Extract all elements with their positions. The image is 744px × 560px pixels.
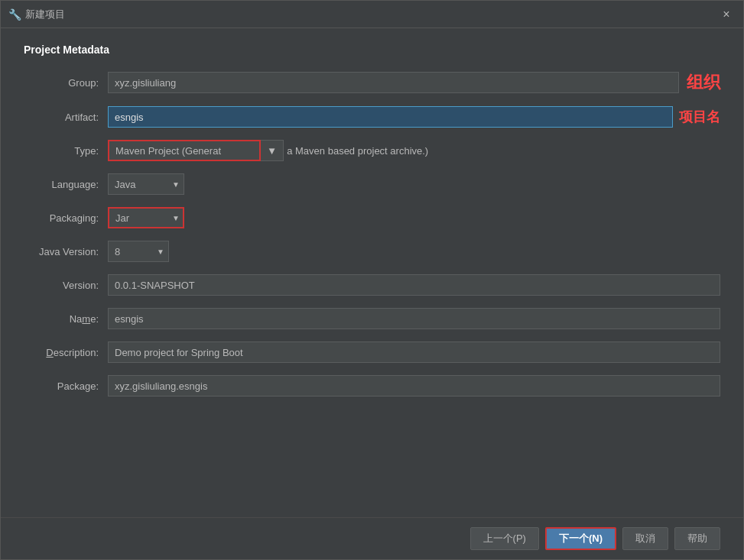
group-label: Group: — [24, 77, 108, 89]
window-icon: 🔧 — [8, 8, 21, 21]
name-label: Name: — [24, 313, 108, 325]
description-label-text: Description: — [46, 347, 99, 358]
group-row: Group: 组织 — [24, 71, 720, 94]
java-version-select[interactable]: 8 11 17 — [108, 241, 169, 262]
dialog-content: Project Metadata Group: 组织 Artifact: 项目名… — [1, 28, 743, 517]
type-description: a Maven based project archive.) — [287, 145, 428, 157]
version-label: Version: — [24, 280, 108, 291]
artifact-annotation: 项目名 — [679, 108, 720, 126]
packaging-select-container: Jar War ▼ — [108, 207, 184, 228]
type-control: Maven Project (Generat ▼ a Maven based p… — [108, 140, 428, 161]
language-select-wrapper: Java Kotlin Groovy ▼ — [108, 173, 184, 195]
window-title: 新建项目 — [25, 8, 717, 21]
group-input[interactable] — [108, 72, 679, 93]
group-annotation: 组织 — [687, 71, 720, 94]
java-version-select-wrapper: 8 11 17 ▼ — [108, 241, 169, 262]
version-input[interactable] — [108, 274, 720, 296]
package-label: Package: — [24, 380, 108, 392]
type-row: Type: Maven Project (Generat ▼ a Maven b… — [24, 140, 720, 161]
type-label: Type: — [24, 145, 108, 157]
type-chevron-button[interactable]: ▼ — [261, 140, 284, 161]
java-version-row: Java Version: 8 11 17 ▼ — [24, 241, 720, 262]
cancel-button[interactable]: 取消 — [622, 527, 668, 550]
title-bar: 🔧 新建项目 × — [1, 1, 743, 28]
artifact-input[interactable] — [108, 106, 673, 128]
type-select-text[interactable]: Maven Project (Generat — [108, 140, 261, 161]
language-label: Language: — [24, 179, 108, 190]
close-button[interactable]: × — [717, 5, 736, 24]
next-button[interactable]: 下一个(N) — [545, 527, 616, 550]
section-title: Project Metadata — [24, 44, 720, 56]
package-input[interactable] — [108, 375, 720, 397]
packaging-label: Packaging: — [24, 212, 108, 224]
artifact-label: Artifact: — [24, 112, 108, 123]
dialog-window: 🔧 新建项目 × Project Metadata Group: 组织 Arti… — [0, 0, 744, 560]
description-input[interactable] — [108, 342, 720, 363]
package-row: Package: — [24, 375, 720, 397]
prev-button[interactable]: 上一个(P) — [470, 527, 539, 550]
name-input[interactable] — [108, 308, 720, 329]
help-button[interactable]: 帮助 — [674, 527, 720, 550]
language-row: Language: Java Kotlin Groovy ▼ — [24, 173, 720, 195]
packaging-select[interactable]: Jar War — [108, 207, 184, 228]
name-row: Name: — [24, 308, 720, 329]
version-row: Version: — [24, 274, 720, 296]
description-row: Description: — [24, 342, 720, 363]
packaging-row: Packaging: Jar War ▼ — [24, 207, 720, 228]
name-label-text: Name: — [70, 313, 99, 325]
description-label: Description: — [24, 347, 108, 358]
language-select[interactable]: Java Kotlin Groovy — [108, 173, 184, 195]
java-version-label: Java Version: — [24, 246, 108, 257]
artifact-row: Artifact: 项目名 — [24, 106, 720, 128]
dialog-footer: 上一个(P) 下一个(N) 取消 帮助 — [1, 517, 743, 559]
